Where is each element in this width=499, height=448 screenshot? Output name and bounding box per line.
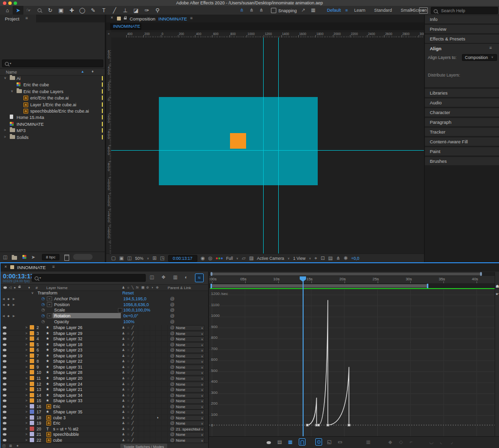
layer-visibility-eye-icon[interactable] [3,439,7,441]
label-color-swatch[interactable] [102,102,103,107]
quality-switch-icon[interactable]: ╱ [132,382,134,386]
collapse-switch-icon[interactable]: ☼ [127,393,130,397]
layer-expander-icon[interactable]: > [25,359,27,363]
constrain-proportions-toggle[interactable] [118,308,122,312]
manage-workspaces-icon[interactable]: ✱ [419,7,428,14]
collapse-switch-icon[interactable]: ☼ [127,405,130,408]
work-area-end-handle[interactable] [427,284,428,288]
layer-expander-icon[interactable]: > [25,365,27,369]
collapse-switch-icon[interactable]: ☼ [127,416,130,419]
label-color-swatch[interactable] [102,122,103,126]
parent-link-select[interactable]: None∨ [174,365,205,370]
axis-mode-world-icon[interactable]: ⋔ [250,8,253,13]
layer-expander-icon[interactable]: > [25,348,27,351]
pick-whip-icon[interactable]: @ [170,382,174,387]
draft-3d-icon[interactable]: ❖ [161,275,166,280]
easy-ease-icon[interactable]: ◡ [429,439,434,445]
keyframe-box[interactable] [326,424,329,427]
shy-switch-icon[interactable]: ♟ [122,343,125,347]
project-item-row[interactable]: Aeric/Eric the cube.ai [0,95,105,101]
add-keyframe-icon[interactable]: ◆ [7,297,10,300]
hand-tool[interactable]: ☞ [23,6,34,15]
layer-color-swatch[interactable] [30,336,34,341]
close-panel-icon[interactable]: × [111,16,113,20]
shy-switch-icon[interactable]: ♟ [122,331,125,335]
workspace-tab-learn[interactable]: Learn [350,6,370,15]
include-in-graph-icon[interactable]: ≈ [47,296,52,301]
parent-link-select[interactable]: None∨ [174,398,205,404]
layer-color-swatch[interactable] [30,325,34,330]
pixel-aspect-icon[interactable]: ⌖ [314,256,317,261]
shape-tool[interactable]: ◯ [77,6,88,15]
layer-color-swatch[interactable] [30,370,34,374]
auto-zoom-graph-icon[interactable]: ⊙ [315,438,322,446]
project-item-row[interactable]: >Solids [0,134,105,140]
panel-menu-icon[interactable]: ≡ [25,16,28,20]
layer-color-swatch[interactable] [30,427,34,431]
add-keyframe-icon[interactable]: ◆ [7,314,10,317]
collapse-switch-icon[interactable]: ☼ [127,438,130,442]
label-column-icon[interactable]: ♦ [92,70,94,74]
chevron-down-icon[interactable]: ∨ [236,257,238,260]
parent-link-select[interactable]: None∨ [174,382,205,387]
layer-name[interactable]: speechbubble [53,432,79,437]
show-snapshot-icon[interactable]: ◎ [208,256,212,261]
quality-switch-icon[interactable]: ╱ [132,326,134,330]
distribute-vcenter-button[interactable] [474,78,481,85]
distribute-top-button[interactable] [462,78,470,85]
magnification-value[interactable]: 50% [135,256,143,261]
parent-link-select[interactable]: None∨ [174,370,205,375]
label-color-swatch[interactable] [102,135,103,139]
layer-visibility-eye-icon[interactable] [3,326,7,329]
expand-in-out-icon[interactable]: ✦ [16,444,19,448]
layer-expander-icon[interactable]: > [25,337,27,340]
name-column-header[interactable]: Name [6,70,17,75]
panel-menu-icon[interactable]: ≡ [489,46,492,50]
layer-name[interactable]: cube 3 [53,415,66,420]
layer-search-field[interactable]: ▾ [32,274,146,282]
home-tool[interactable]: ⌂ [2,6,13,15]
collapse-switch-icon[interactable]: ☼ [127,337,130,340]
pick-whip-icon[interactable]: @ [170,331,174,336]
snap-magnet-icon[interactable]: ⋂ [299,438,306,446]
parent-link-select[interactable]: None∨ [174,331,205,336]
shy-switch-icon[interactable]: ♟ [122,421,125,425]
panel-menu-icon[interactable]: ≡ [52,265,55,269]
property-name[interactable]: Opacity [54,319,69,324]
stopwatch-icon[interactable]: ◷ [41,313,45,318]
zoom-tool[interactable] [34,6,45,15]
hand-scroll-icon[interactable]: ☛ [496,292,499,296]
folder-expand-icon[interactable]: > [4,128,6,132]
layer-row[interactable]: >10★Shape Layer 28♟☼╱@None∨ [0,370,208,375]
fast-previews-icon[interactable]: ⊡ [321,256,325,261]
pick-whip-icon[interactable]: @ [170,432,174,437]
parent-link-select[interactable]: None∨ [174,359,205,364]
layer-name[interactable]: Shape Layer 31 [53,365,82,370]
show-transform-box-icon[interactable]: ▦ [288,439,292,445]
layer-expander-icon[interactable]: > [25,382,27,386]
pick-whip-icon[interactable]: @ [170,302,174,307]
view-layout-value[interactable]: 1 View [293,256,306,261]
property-name[interactable]: Position [54,302,70,307]
layer-name[interactable]: Shape Layer 24 [53,382,82,387]
pick-whip-icon[interactable]: @ [170,348,174,352]
layer-visibility-eye-icon[interactable] [3,388,7,390]
collapse-switch-icon[interactable]: ☼ [127,421,130,425]
more-workspaces-icon[interactable]: » [411,8,414,13]
interpret-footage-icon[interactable]: ◫ [3,255,7,260]
fit-all-graphs-icon[interactable]: ▭ [338,439,342,445]
parent-link-column-header[interactable]: Parent & Link [168,286,191,290]
quality-switch-icon[interactable]: ╱ [132,337,134,341]
camera-tool[interactable]: ▣ [56,6,66,15]
layer-visibility-eye-icon[interactable] [3,400,7,402]
always-preview-icon[interactable]: ▢ [111,256,115,261]
stopwatch-icon[interactable]: ◷ [41,308,45,312]
rotation-tool[interactable]: ↻ [45,6,56,15]
project-item-row[interactable]: INNOMINATE [0,121,105,127]
layer-expander-icon[interactable]: > [25,399,27,402]
quality-switch-icon[interactable]: ╱ [132,359,134,363]
layer-visibility-eye-icon[interactable] [3,383,7,385]
label-color-swatch[interactable] [102,96,103,100]
quality-switch-icon[interactable]: ╱ [132,331,134,335]
align-vcenter-button[interactable] [474,63,481,69]
